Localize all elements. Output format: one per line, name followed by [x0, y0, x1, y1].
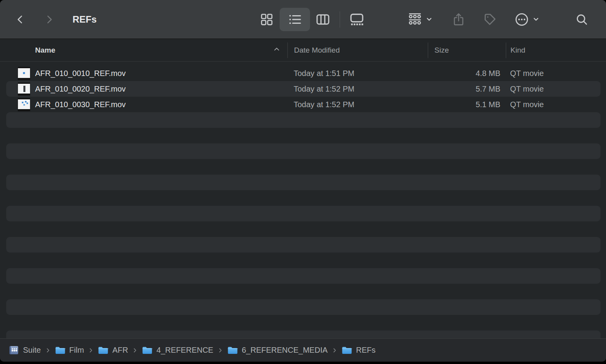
movie-thumbnail-icon	[18, 98, 30, 111]
grid-view-button[interactable]	[254, 8, 280, 31]
empty-row-stripe	[0, 190, 606, 206]
empty-row-stripe	[0, 221, 606, 237]
file-size: 5.7 MB	[428, 85, 506, 94]
tag-button[interactable]	[479, 8, 501, 31]
chevron-right-icon	[44, 14, 54, 25]
empty-row-stripe	[0, 175, 606, 190]
path-item-label: AFR	[112, 346, 128, 355]
window-title: REFs	[73, 14, 97, 25]
list-view-icon	[287, 12, 302, 27]
file-row[interactable]: AFR_010_0030_REF.mov Today at 1:52 PM 5.…	[0, 97, 606, 112]
shared-drive-icon	[9, 345, 19, 355]
empty-row-stripe	[0, 315, 606, 330]
toolbar-separator	[340, 11, 340, 28]
chevron-right-icon	[218, 348, 223, 353]
path-item[interactable]: Suite	[9, 345, 41, 355]
more-options-button[interactable]	[510, 8, 544, 31]
list-column-headers: Name Date Modified Size Kind	[0, 39, 606, 62]
path-item[interactable]: Film	[55, 346, 84, 355]
gallery-view-icon	[349, 12, 365, 27]
file-date-modified: Today at 1:52 PM	[287, 85, 428, 94]
list-view-button[interactable]	[280, 8, 310, 31]
movie-thumbnail-icon	[18, 83, 30, 95]
file-list: AFR_010_0010_REF.mov Today at 1:51 PM 4.…	[0, 62, 606, 338]
columns-view-button[interactable]	[310, 8, 336, 31]
empty-row-stripe	[0, 206, 606, 221]
path-item-label: 6_REFERENCE_MEDIA	[242, 346, 328, 355]
path-bar: Suite Film	[0, 338, 606, 362]
empty-row-stripe	[0, 284, 606, 299]
empty-row-stripe	[0, 268, 606, 284]
folder-icon	[55, 346, 66, 355]
empty-row-stripe	[0, 253, 606, 268]
column-header-name[interactable]: Name	[0, 39, 287, 61]
path-item[interactable]: AFR	[98, 346, 128, 355]
forward-button[interactable]	[41, 8, 57, 31]
folder-icon	[342, 346, 352, 355]
sort-ascending-icon	[273, 46, 280, 55]
file-size: 5.1 MB	[428, 100, 506, 109]
path-item[interactable]: 4_REFERENCE	[142, 346, 213, 355]
path-item[interactable]: 6_REFERENCE_MEDIA	[227, 346, 328, 355]
more-ellipsis-icon	[514, 12, 529, 27]
path-item-label: REFs	[356, 346, 376, 355]
file-name-cell: AFR_010_0020_REF.mov	[0, 83, 287, 95]
empty-row-stripe	[0, 299, 606, 315]
path-item[interactable]: REFs	[342, 346, 376, 355]
file-date-modified: Today at 1:52 PM	[287, 100, 428, 109]
file-name-cell: AFR_010_0010_REF.mov	[0, 67, 287, 80]
chevron-right-icon	[45, 348, 51, 353]
share-button[interactable]	[448, 8, 470, 31]
grid-view-icon	[260, 12, 274, 27]
file-row[interactable]: AFR_010_0020_REF.mov Today at 1:52 PM 5.…	[0, 81, 606, 97]
file-kind: QT movie	[506, 85, 606, 94]
column-header-date-modified[interactable]: Date Modified	[287, 42, 428, 58]
column-header-size[interactable]: Size	[428, 42, 506, 58]
path-item-label: Film	[69, 346, 84, 355]
search-icon	[575, 13, 588, 26]
chevron-right-icon	[332, 348, 337, 353]
file-date-modified: Today at 1:51 PM	[287, 69, 428, 78]
file-name: AFR_010_0020_REF.mov	[35, 85, 126, 94]
folder-icon	[98, 346, 108, 355]
file-kind: QT movie	[506, 100, 606, 109]
file-name: AFR_010_0010_REF.mov	[35, 69, 126, 78]
folder-icon	[227, 346, 238, 355]
path-item-label: 4_REFERENCE	[156, 346, 213, 355]
share-icon	[452, 12, 465, 27]
columns-view-icon	[315, 12, 330, 27]
group-by-icon	[408, 12, 422, 27]
view-switcher	[254, 8, 370, 31]
gallery-view-button[interactable]	[344, 8, 370, 31]
group-by-button[interactable]	[404, 8, 436, 31]
chevron-right-icon	[132, 348, 138, 353]
file-name: AFR_010_0030_REF.mov	[35, 100, 126, 109]
column-header-kind[interactable]: Kind	[506, 42, 606, 58]
chevron-down-icon	[426, 16, 432, 23]
file-name-cell: AFR_010_0030_REF.mov	[0, 98, 287, 111]
empty-row-stripe	[0, 143, 606, 159]
folder-icon	[142, 346, 152, 355]
file-row[interactable]: AFR_010_0010_REF.mov Today at 1:51 PM 4.…	[0, 65, 606, 81]
chevron-left-icon	[15, 14, 25, 25]
search-button[interactable]	[572, 8, 592, 31]
file-kind: QT movie	[506, 69, 606, 78]
empty-row-stripe	[0, 112, 606, 128]
toolbar-right	[254, 8, 592, 31]
empty-row-stripe	[0, 330, 606, 338]
file-size: 4.8 MB	[428, 69, 506, 78]
movie-thumbnail-icon	[18, 67, 30, 80]
toolbar: REFs	[0, 0, 606, 39]
chevron-right-icon	[88, 348, 94, 353]
empty-row-stripe	[0, 237, 606, 253]
back-button[interactable]	[12, 8, 28, 31]
empty-row-stripe	[0, 128, 606, 143]
finder-window: REFs	[0, 0, 606, 362]
path-item-label: Suite	[23, 346, 41, 355]
tag-icon	[483, 12, 497, 27]
empty-row-stripe	[0, 159, 606, 175]
chevron-down-icon	[533, 16, 539, 23]
